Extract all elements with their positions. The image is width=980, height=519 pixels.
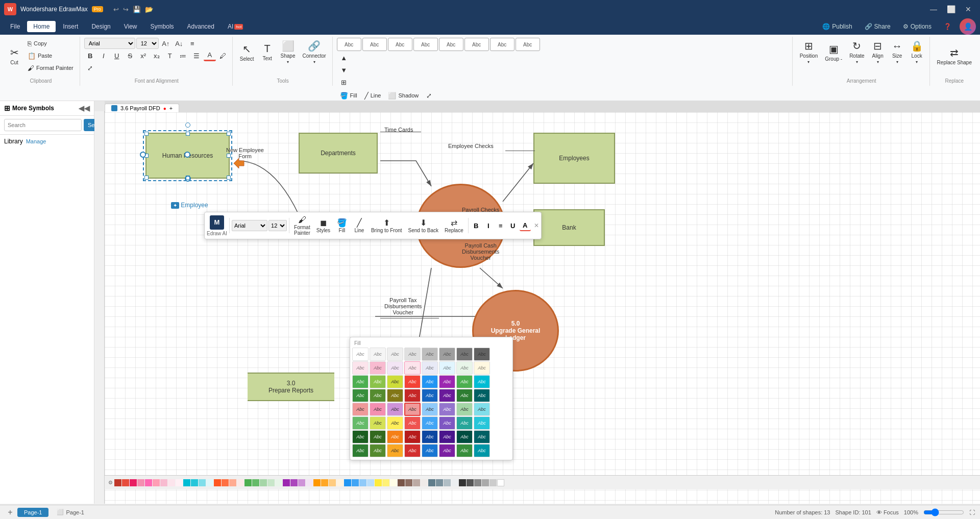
group-btn[interactable]: ▣Group - (822, 38, 845, 66)
handle-tr[interactable] (227, 132, 231, 136)
palette-color-35[interactable] (375, 479, 382, 486)
swatch-w6[interactable]: Abc (439, 348, 455, 361)
palette-color-white[interactable] (497, 479, 504, 486)
size-btn[interactable]: ↔Size▾ (888, 38, 906, 66)
text-clear-btn[interactable]: T (164, 50, 176, 61)
swatch-h4[interactable]: Abc (404, 444, 421, 457)
swatch-w5[interactable]: Abc (422, 348, 438, 361)
swatch-v7[interactable]: Abc (456, 375, 473, 388)
ft-font-select[interactable]: Arial (232, 220, 267, 231)
fill-btn[interactable]: 🪣Fill (337, 90, 360, 101)
share-btn[interactable]: 🔗 Share (861, 21, 895, 32)
palette-color-25[interactable] (298, 479, 305, 486)
prepare-reports-shape[interactable]: 3.0Prepare Reports (248, 373, 334, 401)
swatch-w1[interactable]: Abc (352, 348, 369, 361)
swatch-p7[interactable]: Abc (456, 361, 473, 375)
rotate-handle[interactable] (185, 122, 190, 128)
swatch-v8[interactable]: Abc (474, 375, 490, 388)
add-page-btn[interactable]: + (5, 507, 15, 517)
highlight-btn[interactable]: 🖊 (217, 50, 229, 61)
palette-color-6[interactable] (153, 479, 160, 486)
swatch-e2[interactable]: Abc (370, 403, 386, 416)
swatch-d5[interactable]: Abc (422, 389, 438, 402)
swatch-g5[interactable]: Abc (422, 430, 438, 443)
swatch-h8[interactable]: Abc (474, 444, 490, 457)
font-color-btn[interactable]: A (204, 50, 216, 61)
more-options-btn[interactable]: ⤢ (84, 62, 96, 73)
handle-tm[interactable] (186, 132, 190, 136)
conn-point-right[interactable] (184, 152, 190, 158)
swatch-f7[interactable]: Abc (456, 416, 473, 430)
palette-color-17[interactable] (237, 479, 244, 486)
style-swatch-5[interactable]: Abc (439, 38, 463, 51)
palette-color-8[interactable] (168, 479, 175, 486)
cut-btn[interactable]: ✂Cut (5, 41, 23, 70)
increase-font-btn[interactable]: A↑ (160, 38, 172, 49)
palette-color-13[interactable] (206, 479, 213, 486)
swatch-d6[interactable]: Abc (439, 389, 455, 402)
palette-color-5[interactable] (145, 479, 152, 486)
style-swatch-7[interactable]: Abc (490, 38, 514, 51)
swatch-f5[interactable]: Abc (422, 416, 438, 430)
palette-color-black[interactable] (459, 479, 466, 486)
bold-btn[interactable]: B (84, 50, 96, 61)
palette-color-2[interactable] (122, 479, 129, 486)
swatch-v4[interactable]: Abc (404, 375, 421, 388)
menu-advanced[interactable]: Advanced (181, 21, 220, 32)
underline-btn[interactable]: U (111, 50, 123, 61)
swatch-e1[interactable]: Abc (352, 403, 369, 416)
palette-color-28[interactable] (321, 479, 328, 486)
format-painter-ribbon-btn[interactable]: 🖌Format Painter (24, 62, 77, 73)
menu-symbols[interactable]: Symbols (144, 21, 180, 32)
palette-color-37[interactable] (390, 479, 397, 486)
restore-btn[interactable]: ⬜ (943, 4, 959, 15)
ft-close-btn[interactable]: ✕ (534, 222, 539, 229)
handle-tl[interactable] (144, 132, 149, 136)
swatch-p8[interactable]: Abc (474, 361, 490, 375)
replace-shape-btn[interactable]: ⇄Replace Shape (934, 38, 975, 73)
palette-color-42[interactable] (428, 479, 435, 486)
palette-color-29[interactable] (329, 479, 336, 486)
lock-btn[interactable]: 🔒Lock▾ (908, 38, 926, 66)
swatch-e6[interactable]: Abc (439, 403, 455, 416)
menu-file[interactable]: File (4, 21, 26, 32)
palette-color-1[interactable] (114, 479, 121, 486)
swatch-g3[interactable]: Abc (387, 430, 403, 443)
conn-point-br[interactable] (185, 176, 191, 182)
palette-color-34[interactable] (367, 479, 374, 486)
swatch-h6[interactable]: Abc (439, 444, 455, 457)
swatch-d8[interactable]: Abc (474, 389, 490, 402)
palette-color-12[interactable] (199, 479, 206, 486)
swatch-g6[interactable]: Abc (439, 430, 455, 443)
swatch-w3[interactable]: Abc (387, 348, 403, 361)
swatch-w2[interactable]: Abc (370, 348, 386, 361)
ft-bring-front-btn[interactable]: ⬆ Bring to Front (369, 217, 405, 234)
style-swatch-3[interactable]: Abc (388, 38, 412, 51)
line-btn[interactable]: ╱Line (361, 90, 384, 101)
handle-mr[interactable] (227, 154, 231, 158)
undo-btn[interactable]: ↩ (113, 6, 119, 13)
copy-btn[interactable]: ⎘Copy (24, 38, 77, 49)
swatch-g2[interactable]: Abc (370, 430, 386, 443)
strikethrough-btn[interactable]: S (124, 50, 136, 61)
shadow-btn[interactable]: ⬜Shadow (385, 90, 422, 101)
shape-btn[interactable]: ⬜Shape▾ (278, 38, 299, 66)
ft-fill-btn[interactable]: 🪣 Fill (334, 217, 350, 234)
swatch-w8[interactable]: Abc (474, 348, 490, 361)
palette-color-22[interactable] (275, 479, 282, 486)
italic-btn[interactable]: I (97, 50, 110, 61)
swatch-w7[interactable]: Abc (456, 348, 473, 361)
rotate-btn[interactable]: ↻Rotate▾ (846, 38, 867, 66)
paste-btn[interactable]: 📋Paste (24, 50, 77, 61)
palette-color-gray[interactable] (474, 479, 481, 486)
palette-color-39[interactable] (405, 479, 412, 486)
palette-color-24[interactable] (290, 479, 298, 486)
departments-shape[interactable]: Departments (299, 133, 378, 174)
swatch-p4[interactable]: Abc (404, 361, 421, 375)
bank-shape[interactable]: Bank (533, 209, 605, 246)
swatch-e7[interactable]: Abc (456, 403, 473, 416)
palette-color-41[interactable] (421, 479, 428, 486)
style-swatch-2[interactable]: Abc (362, 38, 387, 51)
sidebar-collapse-btn[interactable]: ◀◀ (79, 104, 90, 112)
publish-btn[interactable]: 🌐 Publish (818, 21, 856, 32)
